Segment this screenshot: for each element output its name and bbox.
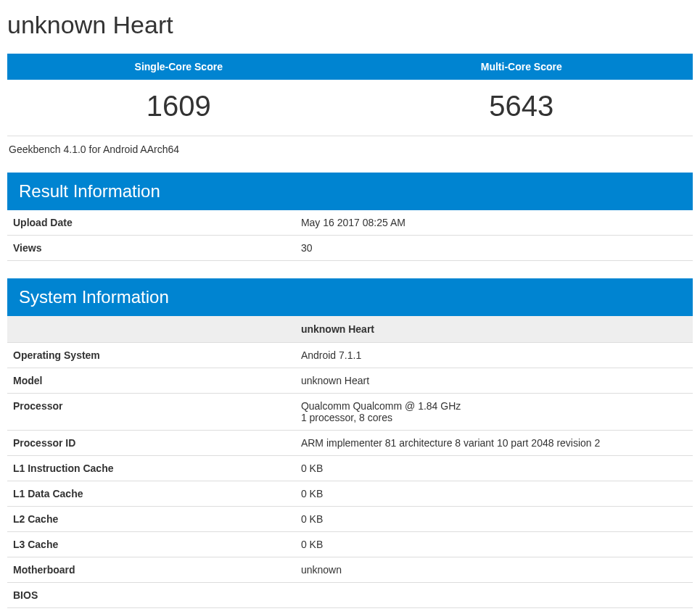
row-value-l1i: 0 KB	[295, 456, 693, 481]
table-row: Processor Qualcomm Qualcomm @ 1.84 GHz 1…	[7, 394, 693, 431]
table-row: L1 Instruction Cache 0 KB	[7, 456, 693, 481]
row-value-views: 30	[295, 236, 693, 261]
table-row: L1 Data Cache 0 KB	[7, 481, 693, 507]
score-table: Single-Core Score Multi-Core Score 1609 …	[7, 54, 693, 136]
page-title: unknown Heart	[7, 11, 693, 39]
multi-core-score: 5643	[350, 80, 693, 136]
column-header-device: unknown Heart	[295, 316, 693, 343]
table-row: Motherboard unknown	[7, 557, 693, 583]
system-information-section: System Information unknown Heart Operati…	[7, 278, 693, 614]
table-row: Memory 2704 MB	[7, 608, 693, 615]
row-value-processor: Qualcomm Qualcomm @ 1.84 GHz 1 processor…	[295, 394, 693, 431]
row-label-processor: Processor	[7, 394, 295, 431]
row-label-views: Views	[7, 236, 295, 261]
row-value-l2: 0 KB	[295, 507, 693, 532]
row-label-l2: L2 Cache	[7, 507, 295, 532]
row-label-motherboard: Motherboard	[7, 557, 295, 583]
row-value-l3: 0 KB	[295, 532, 693, 557]
table-row: Model unknown Heart	[7, 368, 693, 394]
single-core-score: 1609	[7, 80, 350, 136]
table-row: L3 Cache 0 KB	[7, 532, 693, 557]
row-value-processor-id: ARM implementer 81 architecture 8 varian…	[295, 431, 693, 456]
table-row: Upload Date May 16 2017 08:25 AM	[7, 210, 693, 236]
row-label-l3: L3 Cache	[7, 532, 295, 557]
row-label-l1i: L1 Instruction Cache	[7, 456, 295, 481]
row-value-upload-date: May 16 2017 08:25 AM	[295, 210, 693, 236]
table-row: Views 30	[7, 236, 693, 261]
column-header-empty	[7, 316, 295, 343]
row-value-memory: 2704 MB	[295, 608, 693, 615]
system-information-heading: System Information	[7, 278, 693, 316]
row-value-bios	[295, 583, 693, 608]
row-label-l1d: L1 Data Cache	[7, 481, 295, 507]
result-information-section: Result Information Upload Date May 16 20…	[7, 173, 693, 261]
row-label-model: Model	[7, 368, 295, 394]
row-value-l1d: 0 KB	[295, 481, 693, 507]
table-row: Processor ID ARM implementer 81 architec…	[7, 431, 693, 456]
table-row: L2 Cache 0 KB	[7, 507, 693, 532]
result-information-heading: Result Information	[7, 173, 693, 210]
result-information-table: Upload Date May 16 2017 08:25 AM Views 3…	[7, 210, 693, 261]
row-label-upload-date: Upload Date	[7, 210, 295, 236]
row-label-bios: BIOS	[7, 583, 295, 608]
table-row: Operating System Android 7.1.1	[7, 343, 693, 368]
table-row: BIOS	[7, 583, 693, 608]
row-value-model: unknown Heart	[295, 368, 693, 394]
processor-line2: 1 processor, 8 cores	[301, 412, 687, 423]
row-label-os: Operating System	[7, 343, 295, 368]
row-label-processor-id: Processor ID	[7, 431, 295, 456]
row-label-memory: Memory	[7, 608, 295, 615]
multi-core-label: Multi-Core Score	[350, 54, 693, 80]
system-information-table: unknown Heart Operating System Android 7…	[7, 316, 693, 614]
benchmark-caption: Geekbench 4.1.0 for Android AArch64	[7, 144, 693, 155]
row-value-os: Android 7.1.1	[295, 343, 693, 368]
row-value-motherboard: unknown	[295, 557, 693, 583]
single-core-label: Single-Core Score	[7, 54, 350, 80]
processor-line1: Qualcomm Qualcomm @ 1.84 GHz	[301, 400, 461, 412]
